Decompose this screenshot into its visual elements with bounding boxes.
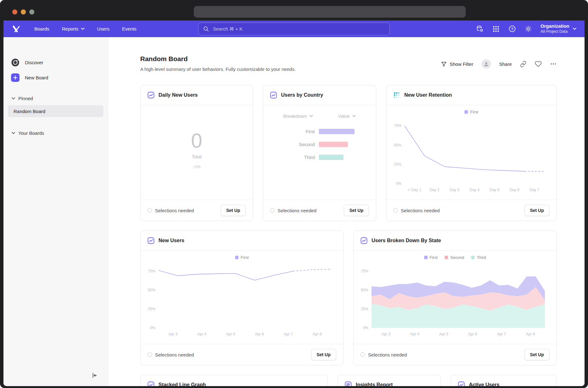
set-up-button[interactable]: Set Up xyxy=(221,205,246,216)
status-label: Selections needed xyxy=(155,208,194,213)
zoom-window-button[interactable] xyxy=(29,9,34,14)
line-chart-icon xyxy=(360,237,367,244)
person-icon xyxy=(483,60,490,67)
set-up-button[interactable]: Set Up xyxy=(311,349,336,360)
selections-needed-status: Selections needed xyxy=(147,352,194,357)
card-footer: Selections needed Set Up xyxy=(354,344,556,365)
favorite-button[interactable] xyxy=(535,60,542,67)
sidebar-item-label: Discover xyxy=(25,60,43,65)
dropdown-row: Breakdown Value xyxy=(271,113,368,119)
breakdown-rows: First Second Third xyxy=(271,129,368,160)
settings-gear-icon[interactable] xyxy=(524,25,532,33)
more-options-button[interactable] xyxy=(550,60,557,67)
status-label: Selections needed xyxy=(155,352,194,357)
sidebar-section-your-boards[interactable]: Your Boards xyxy=(3,128,108,137)
card-users-by-country: Users by Country Breakdown Value First xyxy=(263,85,376,221)
legend-label: Third xyxy=(477,255,486,260)
legend-swatch xyxy=(464,110,468,114)
chevron-down-icon xyxy=(573,28,576,30)
row-label: Second xyxy=(271,142,315,147)
nav-item-events[interactable]: Events xyxy=(122,26,136,31)
apps-grid-icon[interactable] xyxy=(492,25,500,33)
card-title: Users Broken Down By State xyxy=(372,238,441,243)
stacked-area-chart: 75%50%25%0%Apr 3Apr 4Apr 5Apr 6Apr 7Apr … xyxy=(356,260,554,338)
breakdown-row: First xyxy=(271,129,368,134)
show-filter-label: Show Filter xyxy=(450,61,473,67)
sidebar-item-discover[interactable]: Discover xyxy=(3,55,108,70)
avatar[interactable] xyxy=(481,59,491,69)
selections-needed-status: Selections needed xyxy=(270,208,316,213)
status-label: Selections needed xyxy=(368,352,407,357)
compass-icon xyxy=(11,58,20,67)
card-header: Active Users xyxy=(451,375,556,386)
card-header: New User Retention xyxy=(386,85,556,105)
help-icon[interactable] xyxy=(508,25,516,33)
board-header: Random Board A high-level summary of use… xyxy=(140,55,557,72)
set-up-button[interactable]: Set Up xyxy=(524,349,550,360)
close-window-button[interactable] xyxy=(12,9,17,14)
ellipsis-icon xyxy=(550,60,557,67)
value-dropdown[interactable]: Value xyxy=(338,113,356,119)
org-name: Organization xyxy=(540,23,569,29)
data-management-icon[interactable] xyxy=(476,25,484,33)
sidebar-item-random-board[interactable]: Random Board xyxy=(8,105,103,117)
line-chart-icon xyxy=(147,381,154,386)
metric-delta: ↑0% xyxy=(193,164,200,169)
nav-right-cluster: Organization All Project Data xyxy=(476,23,576,34)
nav-item-boards[interactable]: Boards xyxy=(34,26,49,31)
show-filter-button[interactable]: Show Filter xyxy=(441,61,473,67)
sidebar-item-new-board[interactable]: New Board xyxy=(3,70,108,85)
svg-text:Day 4: Day 4 xyxy=(470,188,480,192)
value-bar xyxy=(319,129,355,134)
mixpanel-logo-icon[interactable] xyxy=(12,24,21,34)
radio-circle-icon xyxy=(147,352,152,357)
card-users-by-state: Users Broken Down By State First Second … xyxy=(353,231,557,365)
legend-item: First xyxy=(464,110,478,114)
board-subtitle: A high-level summary of user behaviors. … xyxy=(140,66,296,72)
svg-text:Apr 3: Apr 3 xyxy=(381,332,390,336)
card-header: Daily New Users xyxy=(141,85,253,105)
search-input[interactable] xyxy=(212,26,385,32)
legend-swatch xyxy=(445,256,448,259)
chart-body: First 75%50%25%0%< Day 1Day 2Day 3Day 4D… xyxy=(386,105,556,200)
set-up-button[interactable]: Set Up xyxy=(524,205,550,216)
radio-circle-icon xyxy=(147,208,152,213)
svg-text:Apr 5: Apr 5 xyxy=(439,332,448,336)
radio-circle-icon xyxy=(270,208,274,213)
org-text: Organization All Project Data xyxy=(540,23,569,34)
nav-item-users[interactable]: Users xyxy=(97,26,109,31)
value-bar xyxy=(319,142,348,147)
copy-link-button[interactable] xyxy=(520,61,527,67)
svg-text:0%: 0% xyxy=(396,181,402,186)
radio-circle-icon xyxy=(360,352,365,357)
breakdown-dropdown[interactable]: Breakdown xyxy=(283,113,313,119)
card-header: Users Broken Down By State xyxy=(354,231,556,251)
global-search[interactable] xyxy=(198,23,390,35)
status-label: Selections needed xyxy=(401,208,440,213)
set-up-button[interactable]: Set Up xyxy=(344,205,369,216)
share-button[interactable]: Share xyxy=(499,61,512,67)
card-header: Stacked Line Graph xyxy=(141,375,327,386)
card-title: New Users xyxy=(159,238,184,243)
metric-value: 0 xyxy=(191,131,202,151)
org-switcher[interactable]: Organization All Project Data xyxy=(540,23,576,34)
nav-item-reports[interactable]: Reports xyxy=(62,26,85,31)
svg-text:Apr 8: Apr 8 xyxy=(526,332,535,336)
minimize-window-button[interactable] xyxy=(21,9,26,14)
selections-needed-status: Selections needed xyxy=(393,208,440,213)
sidebar-section-pinned[interactable]: Pinned xyxy=(3,94,108,103)
svg-text:0%: 0% xyxy=(363,326,369,330)
sidebar: Discover New Board Pinned Random Board Y… xyxy=(3,37,108,386)
card-title: Users by Country xyxy=(281,92,323,98)
app-window: Boards Reports Users Events Organization… xyxy=(0,0,588,388)
collapse-sidebar-button[interactable] xyxy=(90,371,99,380)
svg-text:Day 2: Day 2 xyxy=(429,188,440,192)
svg-text:Apr 4: Apr 4 xyxy=(197,332,206,336)
address-bar[interactable] xyxy=(194,6,466,18)
breakdown-row: Second xyxy=(271,142,368,147)
svg-text:Apr 4: Apr 4 xyxy=(410,332,419,336)
line-chart-icon xyxy=(458,381,465,386)
card-header: Insights Report xyxy=(338,375,441,386)
svg-text:50%: 50% xyxy=(361,288,368,292)
section-label: Pinned xyxy=(18,96,33,101)
